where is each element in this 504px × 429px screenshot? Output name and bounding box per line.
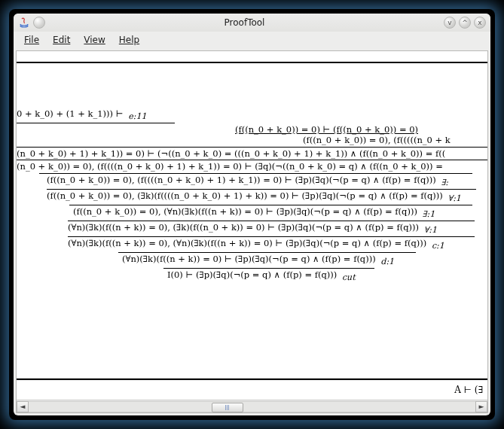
java-icon [18, 17, 30, 29]
window-title: ProofTool [48, 17, 441, 28]
sequent: 0 + k_0) + (1 + k_1))) ⊢ [17, 108, 124, 119]
content-frame: 0 + k_0) + (1 + k_1))) ⊢ e:11 (f((n_0 + … [16, 50, 488, 413]
inference-bar [163, 268, 374, 269]
rule-label: ∃:1 [420, 209, 435, 219]
menubar: File Edit View Help [14, 32, 490, 48]
rule-label: cut [340, 272, 356, 282]
rule-label: ∀:1 [422, 225, 437, 235]
sequent: (n_0 + k_0)) = 0), (f((((n_0 + k_0) + 1)… [17, 161, 443, 172]
rule-label: e:11 [126, 111, 146, 121]
scroll-track[interactable] [29, 401, 475, 412]
sequent: (f((n_0 + k_0)) = 0), (f((((n_0 + k_0) +… [47, 175, 436, 185]
rule-label: ∃: [438, 178, 448, 187]
proof-viewport[interactable]: 0 + k_0) + (1 + k_1))) ⊢ e:11 (f((n_0 + … [17, 63, 487, 379]
sequent: (f((n_0 + k_0)) = 0), (∃k)(f((((n_0 + k_… [47, 190, 443, 201]
minimize-button[interactable]: v [444, 17, 456, 29]
lower-panel: A ⊢ (∃ [17, 379, 487, 400]
sequent: (f((n_0 + k_0)) = 0) ⊢ (f((n_0 + k_0)) =… [235, 124, 418, 135]
sequent: I(0) ⊢ (∃p)(∃q)(¬(p = q) ∧ (f(p) = f(q))… [167, 269, 337, 280]
horizontal-scrollbar[interactable]: ◄ ► [17, 400, 487, 412]
inference-bar [17, 123, 175, 123]
inference-bar [68, 236, 475, 237]
sequent: (f((n_0 + k_0)) = 0), (∀n)(∃k)(f((n + k)… [73, 206, 417, 217]
lower-sequent: A ⊢ (∃ [454, 385, 483, 395]
sequent: (∀n)(∃k)(f((n + k)) = 0) ⊢ (∃p)(∃q)(¬(p … [122, 254, 376, 264]
sequent: (∀n)(∃k)(f((n + k)) = 0), (∃k)(f((n_0 + … [68, 222, 419, 233]
close-button[interactable]: x [474, 17, 486, 29]
inference-bar [17, 147, 487, 148]
window-menu-button[interactable] [33, 17, 45, 29]
menu-file[interactable]: File [18, 33, 45, 47]
menu-help[interactable]: Help [113, 33, 145, 47]
maximize-button[interactable]: ^ [459, 17, 471, 29]
inference-bar [69, 205, 472, 205]
menu-view[interactable]: View [78, 33, 111, 47]
scroll-thumb[interactable] [212, 403, 243, 412]
titlebar[interactable]: ProofTool v ^ x [14, 14, 490, 32]
scroll-left-button[interactable]: ◄ [17, 401, 29, 412]
inference-bar [118, 252, 416, 253]
scroll-right-button[interactable]: ► [475, 401, 487, 412]
sequent: (f((n_0 + k_0)) = 0), (f(((((n_0 + k [303, 135, 451, 145]
inference-bar [39, 173, 472, 174]
proof-tree: 0 + k_0) + (1 + k_1))) ⊢ e:11 (f((n_0 + … [17, 63, 487, 283]
app-window: ProofTool v ^ x File Edit View Help 0 + … [14, 14, 490, 415]
top-divider [17, 51, 487, 63]
inference-bar [68, 221, 475, 221]
rule-label: c:1 [429, 241, 444, 251]
sequent: (n_0 + k_0) + 1) + k_1)) = 0) ⊢ (¬((n_0 … [17, 148, 445, 159]
rule-label: d:1 [378, 257, 394, 266]
inference-bar [47, 189, 476, 190]
menu-edit[interactable]: Edit [47, 33, 76, 47]
inference-bar [17, 160, 487, 160]
rule-label: ∀:1 [446, 193, 461, 203]
sequent: (∀n)(∃k)(f((n + k)) = 0), (∀n)(∃k)(f((n … [68, 238, 426, 248]
